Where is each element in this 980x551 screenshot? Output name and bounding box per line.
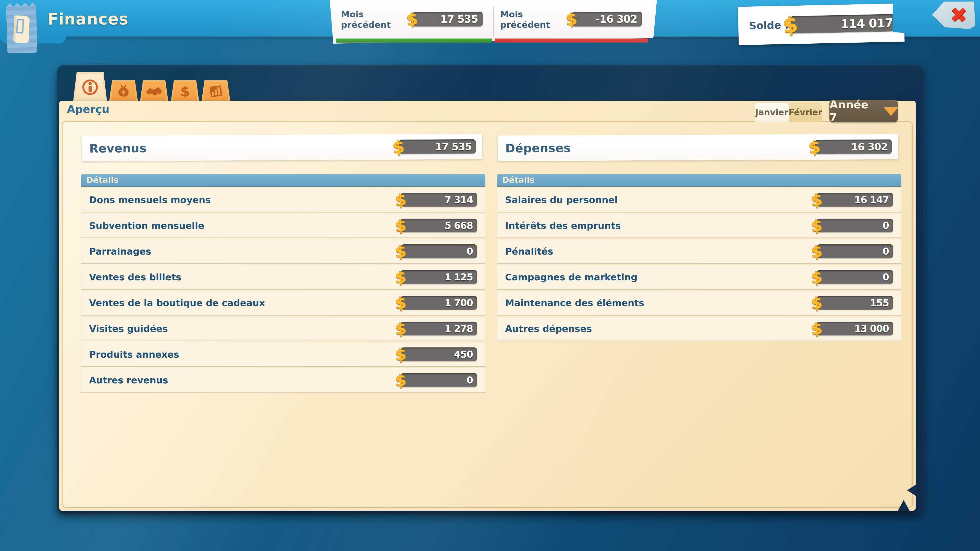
money-bag-icon: $ xyxy=(116,84,131,99)
expense-row: Maintenance des éléments $ 155 xyxy=(497,291,901,316)
tab-loans[interactable]: $ xyxy=(171,80,199,101)
row-label: Campagnes de marketing xyxy=(505,272,638,283)
revenue-row: Ventes des billets $ 1 125 xyxy=(81,265,485,290)
details-header: Détails xyxy=(81,174,485,187)
previous-month-expenses-label: Mois précédent xyxy=(500,9,569,30)
dollar-icon: $ xyxy=(565,9,578,29)
row-value: $ 0 xyxy=(811,268,893,286)
dollar-icon: $ xyxy=(394,370,407,390)
row-label: Intérêts des emprunts xyxy=(505,221,620,231)
income-indicator-bar xyxy=(336,38,492,43)
expenses-header: Dépenses $ 16 302 xyxy=(498,134,898,161)
dollar-icon: $ xyxy=(810,241,823,261)
tab-charts[interactable] xyxy=(202,80,230,101)
finances-screen: Finances Mois précédent $ 17 535 Mois pr… xyxy=(0,0,980,551)
month-tab-janvier[interactable]: Janvier xyxy=(755,103,789,122)
row-label: Ventes de la boutique de cadeaux xyxy=(89,298,265,308)
row-value: $ 1 125 xyxy=(395,268,477,286)
month-tab-fevrier[interactable]: Février xyxy=(789,103,822,122)
revenue-row: Ventes de la boutique de cadeaux $ 1 700 xyxy=(81,291,485,316)
page-title: Finances xyxy=(48,10,128,28)
row-value: $ 0 xyxy=(811,242,893,261)
previous-month-summary: Mois précédent $ 17 535 Mois précédent $… xyxy=(330,0,657,45)
expense-row: Autres dépenses $ 13 000 xyxy=(497,316,901,341)
row-label: Ventes des billets xyxy=(89,272,181,283)
expense-row: Campagnes de marketing $ 0 xyxy=(497,265,901,290)
revenues-title: Revenus xyxy=(89,141,146,156)
dollar-icon: $ xyxy=(810,319,823,338)
journal-icon xyxy=(13,15,28,42)
dollar-icon: $ xyxy=(781,12,799,38)
dollar-icon: $ xyxy=(394,319,407,338)
summary-divider xyxy=(493,7,493,36)
expenses-total: $ 16 302 xyxy=(808,137,892,157)
dollar-icon: $ xyxy=(810,216,823,235)
expense-row: Salaires du personnel $ 16 147 xyxy=(497,187,901,213)
dollar-icon: $ xyxy=(394,267,407,287)
details-header: Détails xyxy=(497,174,901,187)
row-value: $ 450 xyxy=(395,345,477,364)
expense-row: Intérêts des emprunts $ 0 xyxy=(497,213,901,238)
revenues-details-list: Détails Dons mensuels moyens $ 7 314 Sub… xyxy=(81,174,485,394)
dollar-icon: $ xyxy=(810,190,823,210)
revenue-row: Produits annexes $ 450 xyxy=(81,342,485,367)
tab-income[interactable]: $ xyxy=(109,80,138,101)
year-dropdown[interactable]: Année 7 xyxy=(829,100,898,122)
handshake-icon xyxy=(146,85,162,98)
dollar-icon: $ xyxy=(406,9,418,29)
revenue-row: Dons mensuels moyens $ 7 314 xyxy=(81,187,485,213)
previous-month-expenses-value: $ -16 302 xyxy=(566,10,642,29)
torn-notch xyxy=(898,500,910,511)
expense-indicator-bar xyxy=(495,38,648,43)
dollar-icon: $ xyxy=(394,241,407,261)
previous-month-income-value: $ 17 535 xyxy=(406,10,483,29)
row-label: Visites guidées xyxy=(89,324,168,334)
row-label: Pénalités xyxy=(505,246,553,257)
dollar-icon: $ xyxy=(392,137,405,157)
row-label: Maintenance des éléments xyxy=(505,298,644,308)
dollar-icon: $ xyxy=(394,190,407,210)
row-value: $ 155 xyxy=(811,294,893,312)
revenues-header: Revenus $ 17 535 xyxy=(82,134,483,161)
balance-panel: Solde : $ 114 017 xyxy=(738,3,905,45)
row-value: $ 16 147 xyxy=(811,191,893,209)
row-label: Dons mensuels moyens xyxy=(89,195,211,205)
row-value: $ 5 668 xyxy=(395,216,477,235)
tab-overview[interactable] xyxy=(73,72,107,101)
info-icon xyxy=(82,79,99,96)
row-label: Subvention mensuelle xyxy=(89,221,204,231)
row-value: $ 1 700 xyxy=(395,294,477,312)
row-label: Parrainages xyxy=(89,246,151,257)
balance-value: $ 114 017 xyxy=(783,10,899,38)
revenues-total: $ 17 535 xyxy=(393,137,476,157)
dollar-icon: $ xyxy=(180,83,190,100)
row-value: $ 1 278 xyxy=(395,319,477,338)
bar-chart-icon xyxy=(208,84,224,99)
expenses-details-list: Détails Salaires du personnel $ 16 147 I… xyxy=(497,174,901,342)
row-value: $ 7 314 xyxy=(395,191,477,209)
tab-sponsors[interactable] xyxy=(140,80,168,101)
dollar-icon: $ xyxy=(394,216,407,235)
row-value: $ 13 000 xyxy=(811,319,893,338)
revenue-row: Visites guidées $ 1 278 xyxy=(81,316,485,341)
dollar-icon: $ xyxy=(810,293,823,313)
dollar-icon: $ xyxy=(810,267,823,287)
dollar-icon: $ xyxy=(394,345,407,364)
expense-row: Pénalités $ 0 xyxy=(497,239,901,264)
row-label: Autres dépenses xyxy=(505,324,592,334)
torn-notch xyxy=(907,484,917,496)
row-value: $ 0 xyxy=(395,242,477,261)
row-value: $ 0 xyxy=(395,371,477,389)
year-dropdown-label: Année 7 xyxy=(829,98,880,124)
previous-month-income-label: Mois précédent xyxy=(341,9,410,30)
revenue-row: Parrainages $ 0 xyxy=(81,239,485,264)
expenses-title: Dépenses xyxy=(505,141,571,155)
svg-text:$: $ xyxy=(121,89,125,96)
row-label: Produits annexes xyxy=(89,349,179,360)
row-value: $ 0 xyxy=(811,216,893,235)
chevron-down-icon xyxy=(884,107,898,116)
revenue-row: Autres revenus $ 0 xyxy=(81,368,485,393)
dollar-icon: $ xyxy=(808,137,821,157)
dollar-icon: $ xyxy=(394,293,407,313)
revenue-row: Subvention mensuelle $ 5 668 xyxy=(81,213,485,238)
